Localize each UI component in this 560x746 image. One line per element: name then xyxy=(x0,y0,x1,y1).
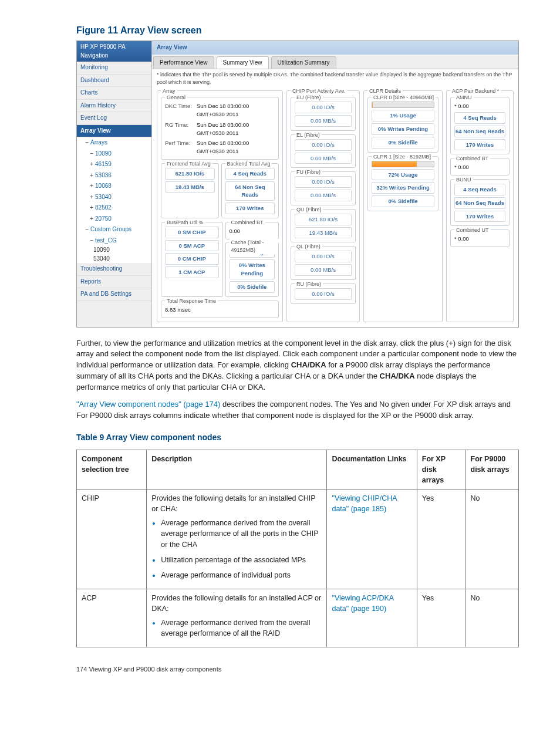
nav-custom-label: Custom Groups xyxy=(90,226,131,232)
clpr-usage-bar xyxy=(372,161,434,167)
table-header: For XP disk arrays xyxy=(417,450,465,489)
main-panel: Array View Performance ViewSummary ViewU… xyxy=(152,41,518,326)
nav-bottom-item[interactable]: Troubleshooting xyxy=(77,263,151,276)
amnu-group: AMNU * 0.00 4 Seq Reads 64 Non Seq Reads… xyxy=(450,97,510,154)
port-mb: 0.00 MB/s xyxy=(295,115,352,127)
general-legend: General xyxy=(165,94,187,102)
trt-legend: Total Response Time xyxy=(165,298,218,305)
clpr-metric: 0% Writes Pending xyxy=(372,123,434,135)
nav-array-node[interactable]: +10068 xyxy=(77,181,151,192)
bunu-writes: 170 Writes xyxy=(454,211,505,222)
dkc-time-label: DKC Time: xyxy=(165,102,193,119)
cache-writes: 0% Writes Pending xyxy=(230,259,275,279)
amnu-writes: 170 Writes xyxy=(454,139,505,151)
port-io: 621.80 IO/s xyxy=(295,214,352,225)
nav-custom-group-label: test_CG xyxy=(95,237,117,244)
doc-link[interactable]: "Viewing ACP/DKA data" (page 190) xyxy=(332,594,393,613)
acp-pair-group: ACP Pair Backend * AMNU * 0.00 4 Seq Rea… xyxy=(446,90,514,322)
thp-warning: * indicates that the ThP pool is served … xyxy=(152,69,518,88)
nav-array-node[interactable]: +20750 xyxy=(77,214,151,225)
tab[interactable]: Utilization Summary xyxy=(271,56,336,69)
page-footer: 174 Viewing XP and P9000 disk array comp… xyxy=(76,665,519,674)
clpr-usage-bar xyxy=(372,102,434,108)
port-io: 0.00 IO/s xyxy=(295,176,352,188)
nav-arrays-root[interactable]: −Arrays xyxy=(77,137,151,148)
port-io: 0.00 IO/s xyxy=(295,139,352,151)
total-response-time-group: Total Response Time 8.83 msec xyxy=(161,301,279,318)
acp-cbt-legend: Combined BT xyxy=(454,155,490,163)
amnu-nonseq: 64 Non Seq Reads xyxy=(454,126,505,137)
cell-doclink: "Viewing CHIP/CHA data" (page 185) xyxy=(327,490,417,589)
cell-xp: Yes xyxy=(417,589,465,647)
bunu-nonseq: 64 Non Seq Reads xyxy=(454,197,505,209)
perf-time-label: Perf Time: xyxy=(165,139,193,156)
nav-item[interactable]: Dashboard xyxy=(77,75,151,87)
table-header: Component selection tree xyxy=(77,450,147,489)
cut-value: * 0.00 xyxy=(454,235,505,243)
tab[interactable]: Performance View xyxy=(153,56,214,69)
bunu-seq: 4 Seq Reads xyxy=(454,184,505,195)
buspath-smchip: 0 SM CHIP xyxy=(165,227,219,238)
acp-cbt-value: * 0.00 xyxy=(454,163,505,171)
port-mb: 0.00 MB/s xyxy=(295,264,352,276)
component-nodes-table: Component selection treeDescriptionDocum… xyxy=(76,450,519,648)
clpr-metric: 1% Usage xyxy=(372,110,434,121)
nav-array-node[interactable]: −10090 xyxy=(77,148,151,160)
nav-custom-child[interactable]: 53040 xyxy=(77,255,151,264)
nav-bottom-item[interactable]: Reports xyxy=(77,276,151,289)
nav-bottom-item[interactable]: PA and DB Settings xyxy=(77,288,151,301)
port-io: 0.00 IO/s xyxy=(295,288,352,300)
table-header: Documentation Links xyxy=(327,450,417,489)
nav-item[interactable]: Event Log xyxy=(77,112,151,125)
doc-link[interactable]: "Viewing CHIP/CHA data" (page 185) xyxy=(332,494,397,513)
nav-panel: HP XP P9000 PA Navigation MonitoringDash… xyxy=(77,41,152,326)
chip-port-subgroup: RU (Fibre)0.00 IO/s xyxy=(291,283,356,304)
nav-array-node[interactable]: +46159 xyxy=(77,159,151,170)
nav-array-node[interactable]: +53040 xyxy=(77,192,151,203)
list-item: Average performance derived from the ove… xyxy=(161,617,322,639)
combined-bt-value: 0.00 xyxy=(230,227,275,235)
nav-item[interactable]: Monitoring xyxy=(77,62,151,75)
clpr-subgroup: CLPR 1 [Size - 8192MB]72% Usage32% Write… xyxy=(367,156,438,211)
buspath-smacp: 0 SM ACP xyxy=(165,240,219,252)
cell-p9000: No xyxy=(465,589,518,647)
nav-item[interactable]: Alarm History xyxy=(77,100,151,113)
frontend-legend: Frontend Total Avg xyxy=(165,160,212,168)
figure-title: Figure 11 Array View screen xyxy=(76,23,519,37)
nav-array-node[interactable]: +53036 xyxy=(77,170,151,181)
combined-bt-group: Combined BT 0.00 xyxy=(225,222,279,239)
app-screenshot: HP XP P9000 PA Navigation MonitoringDash… xyxy=(76,40,519,327)
clpr-subgroup: CLPR 0 [Size - 40960MB]1% Usage0% Writes… xyxy=(367,97,438,152)
tab-bar: Performance ViewSummary ViewUtilization … xyxy=(152,55,518,70)
nav-item[interactable]: Charts xyxy=(77,87,151,100)
nav-custom-group[interactable]: −test_CG xyxy=(77,235,151,247)
array-view-link[interactable]: "Array View component nodes" (page 174) xyxy=(76,400,220,409)
chip-port-subgroup: EU (Fibre)0.00 IO/s0.00 MB/s xyxy=(291,97,356,131)
frontend-io: 621.80 IO/s xyxy=(165,168,215,180)
amnu-legend: AMNU xyxy=(454,94,474,102)
bunu-group: BUNU 4 Seq Reads 64 Non Seq Reads 170 Wr… xyxy=(450,179,510,226)
nav-custom-child[interactable]: 10090 xyxy=(77,246,151,255)
clpr-metric: 72% Usage xyxy=(372,169,434,181)
nav-array-node[interactable]: +82502 xyxy=(77,202,151,214)
tab[interactable]: Summary View xyxy=(217,56,269,69)
table-row: ACPProvides the following details for an… xyxy=(77,589,519,647)
cell-p9000: No xyxy=(465,490,518,589)
list-item: Average performance of individual ports xyxy=(161,570,322,580)
acp-combined-bt-group: Combined BT * 0.00 xyxy=(450,158,510,175)
frontend-avg-group: Frontend Total Avg 621.80 IO/s 19.43 MB/… xyxy=(161,163,219,218)
combined-bt-legend: Combined BT xyxy=(230,219,265,227)
paragraph-1: Further, to view the performance and uti… xyxy=(76,338,519,393)
nav-custom-root[interactable]: −Custom Groups xyxy=(77,224,151,235)
table-header: For P9000 disk arrays xyxy=(465,450,518,489)
clpr-metric: 32% Writes Pending xyxy=(372,182,434,194)
rg-time-value: Sun Dec 18 03:00:00 GMT+0530 2011 xyxy=(197,121,275,137)
nav-item[interactable]: Array View xyxy=(77,125,151,138)
dkc-time-value: Sun Dec 18 03:00:00 GMT+0530 2011 xyxy=(197,102,275,119)
p1b: CHA/DKA xyxy=(291,360,326,369)
combined-ut-group: Combined UT * 0.00 xyxy=(450,229,510,247)
buspath-group: Bus/Path Util % 0 SM CHIP 0 SM ACP 0 CM … xyxy=(161,222,223,297)
cell-doclink: "Viewing ACP/DKA data" (page 190) xyxy=(327,589,417,647)
cache-sidefile: 0% Sidefile xyxy=(230,281,275,293)
perf-time-value: Sun Dec 18 03:00:00 GMT+0530 2011 xyxy=(197,139,275,156)
